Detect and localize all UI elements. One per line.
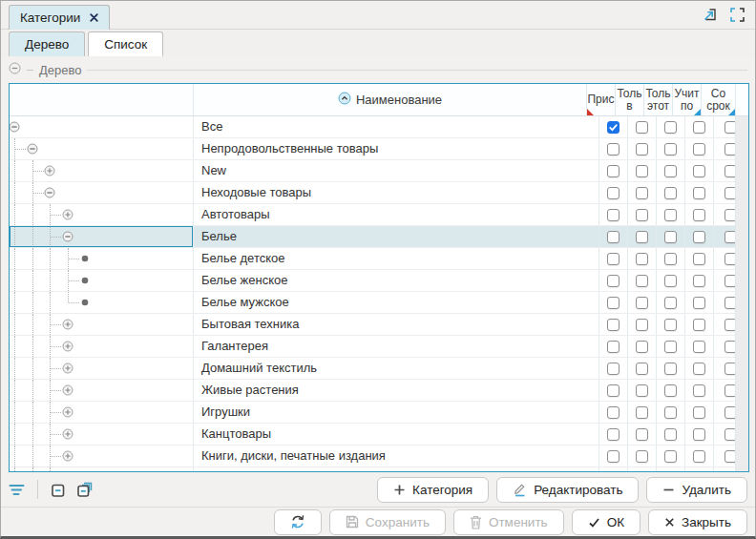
collapse-node-icon[interactable] xyxy=(10,121,20,133)
row-checkbox[interactable] xyxy=(636,231,648,243)
row-checkbox[interactable] xyxy=(693,384,705,397)
row-checkbox[interactable] xyxy=(693,253,705,265)
table-row[interactable]: Домашний текстиль xyxy=(10,358,748,380)
row-checkbox[interactable] xyxy=(636,209,648,221)
tree-column-header[interactable] xyxy=(10,84,194,115)
row-checkbox[interactable] xyxy=(693,341,705,353)
row-checkbox[interactable] xyxy=(693,143,705,155)
save-button[interactable]: Сохранить xyxy=(329,509,446,535)
edit-button[interactable]: Редактировать xyxy=(496,477,639,503)
row-checkbox[interactable] xyxy=(664,319,677,331)
check-column-header[interactable]: Тольэтот xyxy=(644,84,673,115)
row-checkbox[interactable] xyxy=(607,253,620,265)
row-checkbox[interactable] xyxy=(607,297,620,309)
row-checkbox[interactable] xyxy=(636,253,648,265)
row-checkbox[interactable] xyxy=(607,428,620,441)
row-checkbox[interactable] xyxy=(636,341,648,353)
table-row[interactable]: Все xyxy=(10,116,748,138)
row-checkbox[interactable] xyxy=(607,341,620,353)
row-checkbox[interactable] xyxy=(607,275,620,287)
row-checkbox[interactable] xyxy=(664,143,677,155)
tab-categories[interactable]: Категории xyxy=(9,5,110,30)
row-checkbox[interactable] xyxy=(693,209,705,221)
row-checkbox[interactable] xyxy=(636,450,648,463)
row-checkbox[interactable] xyxy=(664,406,677,419)
add-category-button[interactable]: Категория xyxy=(377,477,489,503)
table-row[interactable]: Белье xyxy=(10,226,748,248)
collapse-node-icon[interactable] xyxy=(27,143,38,155)
row-checkbox[interactable] xyxy=(636,187,648,199)
row-checkbox[interactable] xyxy=(636,319,648,331)
table-row[interactable]: New xyxy=(10,160,748,182)
row-checkbox[interactable] xyxy=(607,363,620,375)
row-checkbox[interactable] xyxy=(636,406,648,419)
row-checkbox[interactable] xyxy=(664,297,677,309)
row-checkbox[interactable] xyxy=(664,428,677,441)
row-checkbox[interactable] xyxy=(664,341,677,353)
name-column-header[interactable]: Наименование xyxy=(194,84,587,115)
row-checkbox[interactable] xyxy=(693,363,705,375)
row-checkbox[interactable] xyxy=(693,406,705,419)
row-checkbox[interactable] xyxy=(664,384,677,397)
table-row[interactable] xyxy=(10,467,748,471)
check-column-header[interactable]: Тольв xyxy=(616,84,644,115)
row-checkbox[interactable] xyxy=(607,165,620,177)
expand-node-icon[interactable] xyxy=(62,209,74,220)
row-checkbox[interactable] xyxy=(693,165,705,177)
row-checkbox[interactable] xyxy=(607,319,620,331)
row-checkbox[interactable] xyxy=(636,297,648,309)
expand-node-icon[interactable] xyxy=(62,450,74,462)
table-row[interactable]: Живые растения xyxy=(10,380,748,402)
row-checkbox[interactable] xyxy=(693,297,705,309)
row-checkbox[interactable] xyxy=(664,253,677,265)
delete-button[interactable]: Удалить xyxy=(646,477,747,503)
ok-button[interactable]: ОК xyxy=(572,509,640,535)
expand-node-icon[interactable] xyxy=(62,319,74,330)
row-checkbox[interactable] xyxy=(693,121,705,134)
row-checkbox[interactable] xyxy=(664,209,677,221)
maximize-icon[interactable] xyxy=(730,8,745,22)
expand-node-icon[interactable] xyxy=(62,341,74,352)
tab-close-icon[interactable] xyxy=(90,10,98,25)
row-checkbox[interactable] xyxy=(664,121,677,134)
row-checkbox[interactable] xyxy=(664,187,677,199)
row-checkbox[interactable] xyxy=(607,406,620,419)
groupbox-collapse-icon[interactable] xyxy=(9,62,21,77)
row-checkbox[interactable] xyxy=(607,143,620,155)
row-checkbox[interactable] xyxy=(664,450,677,463)
table-row[interactable]: Белье детское xyxy=(10,248,748,270)
row-checkbox[interactable] xyxy=(636,363,648,375)
table-row[interactable]: Непродовольственные товары xyxy=(10,138,748,160)
check-column-header[interactable]: Учитпо xyxy=(673,84,702,115)
subtab-list[interactable]: Список xyxy=(88,31,163,56)
row-checkbox[interactable] xyxy=(636,384,648,397)
table-row[interactable]: Канцтовары xyxy=(10,424,748,446)
row-checkbox[interactable] xyxy=(607,209,620,221)
row-checkbox[interactable] xyxy=(636,143,648,155)
expand-node-icon[interactable] xyxy=(44,165,55,176)
open-in-new-window-icon[interactable] xyxy=(702,7,718,23)
table-row[interactable]: Белье мужское xyxy=(10,292,748,314)
expand-node-icon[interactable] xyxy=(62,428,74,440)
row-checkbox[interactable] xyxy=(693,187,705,199)
row-checkbox[interactable] xyxy=(664,231,677,243)
expand-node-icon[interactable] xyxy=(62,363,74,374)
table-row[interactable]: Белье женское xyxy=(10,270,748,292)
table-row[interactable]: Книги, диски, печатные издания xyxy=(10,446,748,467)
collapse-node-icon[interactable] xyxy=(62,231,74,242)
row-checkbox[interactable] xyxy=(664,275,677,287)
row-checkbox[interactable] xyxy=(636,165,648,177)
collapse-node-tool-icon[interactable] xyxy=(51,482,67,498)
vertical-scrollbar[interactable] xyxy=(735,116,748,471)
table-row[interactable]: Игрушки xyxy=(10,402,748,424)
collapse-node-icon[interactable] xyxy=(44,187,55,198)
filter-icon[interactable] xyxy=(9,483,25,497)
row-checkbox[interactable] xyxy=(693,275,705,287)
sort-ascending-icon[interactable] xyxy=(338,92,351,108)
row-checkbox[interactable] xyxy=(607,384,620,397)
close-button[interactable]: Закрыть xyxy=(648,509,747,535)
row-checkbox[interactable] xyxy=(664,363,677,375)
collapse-all-tool-icon[interactable] xyxy=(76,482,94,498)
table-row[interactable]: Неходовые товары xyxy=(10,182,748,204)
row-checkbox[interactable] xyxy=(636,275,648,287)
